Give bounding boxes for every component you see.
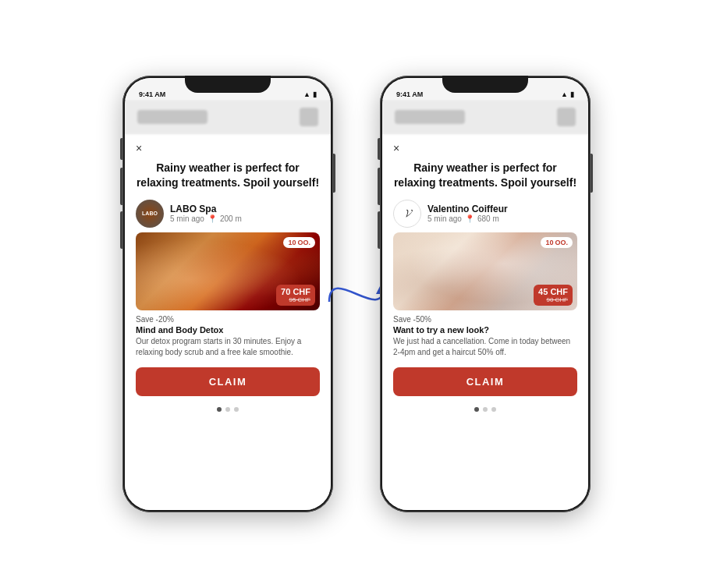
- time-ago-right: 5 min ago: [427, 214, 462, 223]
- status-icons-right: ▲ ▮: [561, 90, 574, 98]
- points-value-left: 10: [288, 239, 296, 246]
- price-badge-left: 70 CHF 95 CHF: [276, 285, 315, 306]
- business-meta-right: 5 min ago 📍 680 m: [427, 214, 508, 223]
- phone-screen-right: 9:41 AM ▲ ▮ × Rainy weather is perfect f…: [382, 78, 588, 510]
- side-button-right-right: [591, 154, 593, 193]
- claim-button-left[interactable]: CLAIM: [136, 367, 320, 396]
- status-time-left: 9:41 AM: [139, 90, 165, 98]
- wifi-icon-left: ▲: [303, 90, 310, 98]
- battery-icon-right: ▮: [570, 90, 574, 98]
- close-button-left[interactable]: ×: [125, 134, 331, 158]
- price-main-right: 45 CHF: [538, 287, 568, 296]
- business-logo-right: 𝓥: [393, 200, 421, 228]
- dot-1-right: [474, 407, 479, 412]
- offer-desc-right: We just had a cancellation. Come in toda…: [393, 336, 577, 358]
- app-header-right: [382, 100, 588, 134]
- dots-indicator-left: [125, 404, 331, 418]
- dot-3-left: [234, 407, 239, 412]
- notch-right: [442, 76, 528, 93]
- time-ago-left: 5 min ago: [170, 214, 204, 223]
- valentino-v-icon: 𝓥: [404, 207, 410, 220]
- points-badge-right: 10 OO.: [541, 237, 573, 248]
- business-info-right: Valentino Coiffeur 5 min ago 📍 680 m: [427, 204, 508, 223]
- oo-logo-left: OO.: [297, 239, 310, 246]
- side-button-mute-right: [378, 138, 380, 160]
- close-button-right[interactable]: ×: [382, 134, 588, 158]
- offer-details-right: Save -50% Want to try a new look? We jus…: [382, 310, 588, 361]
- location-icon-right: 📍: [465, 214, 474, 223]
- side-button-vol-down-left: [120, 211, 122, 249]
- phone-left: 9:41 AM ▲ ▮ × Rainy weather is perfect f…: [122, 76, 333, 512]
- side-button-vol-up-left: [120, 168, 122, 205]
- business-meta-left: 5 min ago 📍 200 m: [170, 214, 242, 223]
- dots-indicator-right: [382, 404, 588, 418]
- business-row-left: LABO LABO Spa 5 min ago 📍 200 m: [125, 197, 331, 232]
- header-title-blur-left: [137, 110, 208, 124]
- location-icon-left: 📍: [208, 214, 217, 223]
- header-title-blur-right: [395, 110, 465, 124]
- side-button-vol-up-right: [378, 168, 380, 205]
- labo-text: LABO: [142, 211, 158, 216]
- promo-image-left: 10 OO. 70 CHF 95 CHF: [136, 232, 320, 310]
- status-icons-left: ▲ ▮: [303, 90, 317, 98]
- dot-3-right: [491, 407, 496, 412]
- business-row-right: 𝓥 Valentino Coiffeur 5 min ago 📍 680 m: [382, 197, 588, 232]
- notch-left: [185, 76, 271, 93]
- phone-screen-left: 9:41 AM ▲ ▮ × Rainy weather is perfect f…: [125, 78, 331, 510]
- app-header-left: [125, 100, 331, 134]
- battery-icon-left: ▮: [313, 90, 317, 98]
- side-button-vol-down-right: [378, 211, 380, 249]
- side-button-mute-left: [120, 138, 122, 160]
- business-logo-left: LABO: [136, 200, 164, 228]
- dot-2-right: [483, 407, 488, 412]
- offer-title-left: Mind and Body Detox: [136, 325, 320, 335]
- header-icon-blur-left: [300, 108, 318, 126]
- offer-card-left: × Rainy weather is perfect for relaxing …: [125, 134, 331, 510]
- header-icon-blur-right: [557, 108, 576, 126]
- offer-title-right: Want to try a new look?: [393, 325, 577, 335]
- price-original-left: 95 CHF: [281, 296, 310, 303]
- save-text-right: Save -50%: [393, 315, 577, 324]
- card-title-right: Rainy weather is perfect for relaxing tr…: [382, 158, 588, 197]
- points-value-right: 10: [545, 239, 553, 246]
- business-name-right: Valentino Coiffeur: [427, 204, 508, 214]
- claim-button-right[interactable]: CLAIM: [393, 367, 577, 396]
- offer-desc-left: Our detox program starts in 30 minutes. …: [136, 336, 320, 358]
- business-info-left: LABO Spa 5 min ago 📍 200 m: [170, 204, 242, 223]
- side-button-right-left: [333, 154, 335, 193]
- business-name-left: LABO Spa: [170, 204, 242, 214]
- distance-left: 200 m: [220, 214, 242, 223]
- dot-1-left: [217, 407, 222, 412]
- oo-logo-right: OO.: [555, 239, 568, 246]
- wifi-icon-right: ▲: [561, 90, 568, 98]
- distance-right: 680 m: [477, 214, 499, 223]
- phone-frame-left: 9:41 AM ▲ ▮ × Rainy weather is perfect f…: [122, 76, 333, 512]
- price-original-right: 90 CHF: [538, 296, 568, 303]
- price-badge-right: 45 CHF 90 CHF: [534, 285, 573, 306]
- status-time-right: 9:41 AM: [396, 90, 423, 98]
- phone-right: 9:41 AM ▲ ▮ × Rainy weather is perfect f…: [380, 76, 591, 512]
- price-main-left: 70 CHF: [281, 287, 310, 296]
- dot-2-left: [225, 407, 230, 412]
- offer-details-left: Save -20% Mind and Body Detox Our detox …: [125, 310, 331, 361]
- save-text-left: Save -20%: [136, 315, 320, 324]
- phone-frame-right: 9:41 AM ▲ ▮ × Rainy weather is perfect f…: [380, 76, 591, 512]
- points-badge-left: 10 OO.: [283, 237, 315, 248]
- promo-image-right: 10 OO. 45 CHF 90 CHF: [393, 232, 577, 310]
- card-title-left: Rainy weather is perfect for relaxing tr…: [125, 158, 331, 197]
- offer-card-right: × Rainy weather is perfect for relaxing …: [382, 134, 588, 510]
